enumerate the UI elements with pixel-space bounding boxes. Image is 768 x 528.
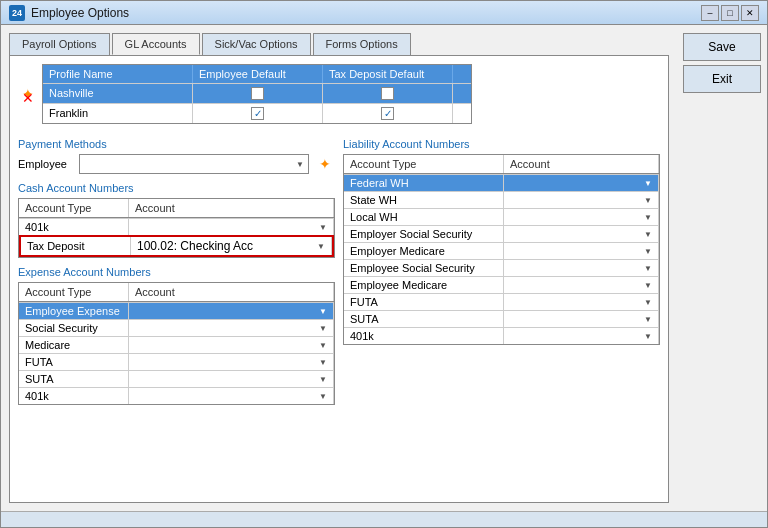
expense-employee-arrow: ▼ xyxy=(319,307,327,316)
profile-name-nashville: Nashville xyxy=(43,84,193,103)
tab-payroll-options[interactable]: Payroll Options xyxy=(9,33,110,55)
employee-label: Employee xyxy=(18,158,73,170)
liability-401k-dropdown[interactable]: ▼ xyxy=(510,332,652,341)
tab-gl-accounts[interactable]: GL Accounts xyxy=(112,33,200,55)
cash-row-tax-deposit[interactable]: Tax Deposit 100.02: Checking Acc ▼ xyxy=(19,235,334,257)
expense-row-medicare[interactable]: Medicare ▼ xyxy=(19,336,334,353)
cash-type-tax-deposit: Tax Deposit xyxy=(21,237,131,255)
cash-401k-dropdown[interactable]: ▼ xyxy=(135,223,327,232)
delete-profile-button[interactable]: ✕ xyxy=(18,88,38,108)
liability-account-local-wh: ▼ xyxy=(504,209,659,225)
liability-local-wh-dropdown[interactable]: ▼ xyxy=(510,213,652,222)
profile-row-franklin[interactable]: Franklin ✓ ✓ xyxy=(43,103,471,123)
liability-row-suta[interactable]: SUTA ▼ xyxy=(344,310,659,327)
liability-type-state-wh: State WH xyxy=(344,192,504,208)
profile-header-tax: Tax Deposit Default xyxy=(323,65,453,83)
expense-row-futa[interactable]: FUTA ▼ xyxy=(19,353,334,370)
liability-futa-dropdown[interactable]: ▼ xyxy=(510,298,652,307)
liability-federal-wh-dropdown[interactable]: ▼ xyxy=(510,179,652,188)
expense-row-social-security[interactable]: Social Security ▼ xyxy=(19,319,334,336)
expense-futa-arrow: ▼ xyxy=(319,358,327,367)
liability-local-wh-arrow: ▼ xyxy=(644,213,652,222)
liability-employee-ss-dropdown[interactable]: ▼ xyxy=(510,264,652,273)
profile-toolbar: ✦ Profile Name Employee Default Tax Depo… xyxy=(18,64,660,124)
expense-401k-arrow: ▼ xyxy=(319,392,327,401)
expense-medicare-arrow: ▼ xyxy=(319,341,327,350)
liability-row-employee-ss[interactable]: Employee Social Security ▼ xyxy=(344,259,659,276)
liability-employer-ss-dropdown[interactable]: ▼ xyxy=(510,230,652,239)
cash-401k-arrow: ▼ xyxy=(319,223,327,232)
expense-row-suta[interactable]: SUTA ▼ xyxy=(19,370,334,387)
liability-employee-medicare-dropdown[interactable]: ▼ xyxy=(510,281,652,290)
profile-tax-default-nashville[interactable] xyxy=(323,84,453,103)
liability-accounts-label: Liability Account Numbers xyxy=(343,138,660,150)
profile-table: Profile Name Employee Default Tax Deposi… xyxy=(42,64,472,124)
left-panel: Payroll Options GL Accounts Sick/Vac Opt… xyxy=(1,25,677,511)
liability-row-employee-medicare[interactable]: Employee Medicare ▼ xyxy=(344,276,659,293)
cash-accounts-section: Cash Account Numbers Account Type Accoun… xyxy=(18,182,335,258)
expense-account-table: Account Type Account Employee Expense ▼ xyxy=(18,282,335,405)
expense-row-employee-expense[interactable]: Employee Expense ▼ xyxy=(19,302,334,319)
liability-row-401k[interactable]: 401k ▼ xyxy=(344,327,659,344)
employee-default-check-nashville[interactable] xyxy=(251,87,264,100)
tab-sick-vac[interactable]: Sick/Vac Options xyxy=(202,33,311,55)
liability-row-futa[interactable]: FUTA ▼ xyxy=(344,293,659,310)
liability-state-wh-dropdown[interactable]: ▼ xyxy=(510,196,652,205)
expense-ss-dropdown[interactable]: ▼ xyxy=(135,324,327,333)
liability-type-employee-medicare: Employee Medicare xyxy=(344,277,504,293)
employee-default-check-franklin[interactable]: ✓ xyxy=(251,107,264,120)
expense-type-401k: 401k xyxy=(19,388,129,404)
liability-row-federal-wh[interactable]: Federal WH ▼ xyxy=(344,174,659,191)
expense-medicare-dropdown[interactable]: ▼ xyxy=(135,341,327,350)
profile-row-nashville[interactable]: Nashville xyxy=(43,83,471,103)
expense-employee-dropdown[interactable]: ▼ xyxy=(135,307,327,316)
liability-suta-arrow: ▼ xyxy=(644,315,652,324)
maximize-button[interactable]: □ xyxy=(721,5,739,21)
profile-employee-default-nashville[interactable] xyxy=(193,84,323,103)
liability-row-state-wh[interactable]: State WH ▼ xyxy=(344,191,659,208)
expense-accounts-section: Expense Account Numbers Account Type Acc… xyxy=(18,266,335,405)
liability-account-suta: ▼ xyxy=(504,311,659,327)
profiles-section: ✦ Profile Name Employee Default Tax Depo… xyxy=(18,64,660,126)
profile-employee-default-franklin[interactable]: ✓ xyxy=(193,104,323,123)
cash-account-401k: ▼ xyxy=(129,219,334,235)
liability-suta-dropdown[interactable]: ▼ xyxy=(510,315,652,324)
liability-row-local-wh[interactable]: Local WH ▼ xyxy=(344,208,659,225)
expense-row-401k[interactable]: 401k ▼ xyxy=(19,387,334,404)
liability-employer-medicare-dropdown[interactable]: ▼ xyxy=(510,247,652,256)
expense-401k-dropdown[interactable]: ▼ xyxy=(135,392,327,401)
cash-tax-deposit-arrow: ▼ xyxy=(317,242,325,251)
close-button[interactable]: ✕ xyxy=(741,5,759,21)
liability-account-employee-ss: ▼ xyxy=(504,260,659,276)
cash-row-401k[interactable]: 401k ▼ xyxy=(19,218,334,235)
liability-account-employee-medicare: ▼ xyxy=(504,277,659,293)
liability-row-employer-ss[interactable]: Employer Social Security ▼ xyxy=(344,225,659,242)
liability-account-futa: ▼ xyxy=(504,294,659,310)
liability-row-employer-medicare[interactable]: Employer Medicare ▼ xyxy=(344,242,659,259)
expense-account-header-cell: Account xyxy=(129,283,334,301)
exit-button[interactable]: Exit xyxy=(683,65,761,93)
cash-tax-deposit-dropdown[interactable]: 100.02: Checking Acc ▼ xyxy=(137,239,325,253)
expense-account-social-security: ▼ xyxy=(129,320,334,336)
expense-account-employee: ▼ xyxy=(129,303,334,319)
employee-payment-row: Employee ▼ ✦ xyxy=(18,154,335,174)
tab-forms-options[interactable]: Forms Options xyxy=(313,33,411,55)
expense-account-futa: ▼ xyxy=(129,354,334,370)
tax-default-check-franklin[interactable]: ✓ xyxy=(381,107,394,120)
expense-futa-dropdown[interactable]: ▼ xyxy=(135,358,327,367)
liability-futa-arrow: ▼ xyxy=(644,298,652,307)
profile-tax-default-franklin[interactable]: ✓ xyxy=(323,104,453,123)
expense-suta-dropdown[interactable]: ▼ xyxy=(135,375,327,384)
add-employee-button[interactable]: ✦ xyxy=(315,154,335,174)
tax-default-check-nashville[interactable] xyxy=(381,87,394,100)
profile-table-header: Profile Name Employee Default Tax Deposi… xyxy=(43,65,471,83)
title-buttons: – □ ✕ xyxy=(701,5,759,21)
minimize-button[interactable]: – xyxy=(701,5,719,21)
cash-tax-deposit-value: 100.02: Checking Acc xyxy=(137,239,253,253)
employee-dropdown[interactable]: ▼ xyxy=(79,154,309,174)
liability-account-federal-wh: ▼ xyxy=(504,175,659,191)
save-button[interactable]: Save xyxy=(683,33,761,61)
liability-account-401k: ▼ xyxy=(504,328,659,344)
liability-employer-ss-arrow: ▼ xyxy=(644,230,652,239)
cash-account-header: Account Type Account xyxy=(19,199,334,218)
